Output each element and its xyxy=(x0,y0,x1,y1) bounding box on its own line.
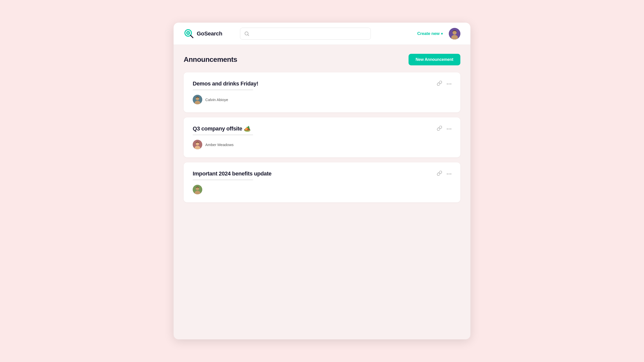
card-content: Demos and drinks Friday! Calvin Abioye xyxy=(193,80,437,104)
svg-line-5 xyxy=(248,34,249,36)
author-avatar xyxy=(193,185,202,194)
card-actions xyxy=(437,125,451,132)
svg-line-2 xyxy=(190,35,193,38)
announcement-card: Important 2024 benefits update xyxy=(184,162,460,202)
card-content: Q3 company offsite 🏕️ Amber Meadows xyxy=(193,125,437,149)
svg-point-3 xyxy=(188,32,189,33)
logo-text: GoSearch xyxy=(197,30,222,37)
more-options-icon[interactable] xyxy=(447,173,451,174)
avatar[interactable] xyxy=(449,28,460,39)
main-content: Announcements New Announcement Demos and… xyxy=(174,45,470,216)
announcement-card: Q3 company offsite 🏕️ Amber Meadows xyxy=(184,117,460,157)
author-avatar xyxy=(193,95,202,104)
announcement-title: Demos and drinks Friday! xyxy=(193,80,437,87)
header: GoSearch Create new ▾ xyxy=(174,23,470,45)
app-window: GoSearch Create new ▾ xyxy=(174,23,470,339)
author-name: Calvin Abioye xyxy=(205,98,228,102)
card-actions xyxy=(437,170,451,177)
author-avatar xyxy=(193,140,202,149)
create-new-label: Create new xyxy=(417,31,439,36)
card-author: Calvin Abioye xyxy=(193,95,437,104)
link-icon[interactable] xyxy=(437,170,442,177)
avatar-image xyxy=(449,28,460,39)
card-author xyxy=(193,185,437,194)
link-icon[interactable] xyxy=(437,80,442,87)
gosearch-logo-icon xyxy=(184,28,194,39)
chevron-down-icon: ▾ xyxy=(441,32,443,36)
create-new-button[interactable]: Create new ▾ xyxy=(417,31,443,36)
card-top: Important 2024 benefits update xyxy=(193,170,451,194)
page-title: Announcements xyxy=(184,56,237,64)
announcement-card: Demos and drinks Friday! Calvin Abioye xyxy=(184,72,460,112)
card-actions xyxy=(437,80,451,87)
header-right: Create new ▾ xyxy=(417,28,460,39)
card-divider xyxy=(193,89,253,90)
search-input[interactable] xyxy=(252,31,367,36)
page-header: Announcements New Announcement xyxy=(184,54,460,65)
card-author: Amber Meadows xyxy=(193,140,437,149)
search-icon xyxy=(244,31,249,36)
card-content: Important 2024 benefits update xyxy=(193,170,437,194)
author-name: Amber Meadows xyxy=(205,143,234,147)
link-icon[interactable] xyxy=(437,125,442,132)
more-options-icon[interactable] xyxy=(447,83,451,84)
logo-area: GoSearch xyxy=(184,28,234,39)
announcement-title: Important 2024 benefits update xyxy=(193,170,437,177)
card-divider xyxy=(193,179,253,180)
card-top: Q3 company offsite 🏕️ Amber Meadows xyxy=(193,125,451,149)
announcement-title: Q3 company offsite 🏕️ xyxy=(193,125,437,132)
card-divider xyxy=(193,134,253,135)
new-announcement-button[interactable]: New Announcement xyxy=(409,54,460,65)
search-bar[interactable] xyxy=(240,28,371,40)
more-options-icon[interactable] xyxy=(447,128,451,129)
card-top: Demos and drinks Friday! Calvin Abioye xyxy=(193,80,451,104)
